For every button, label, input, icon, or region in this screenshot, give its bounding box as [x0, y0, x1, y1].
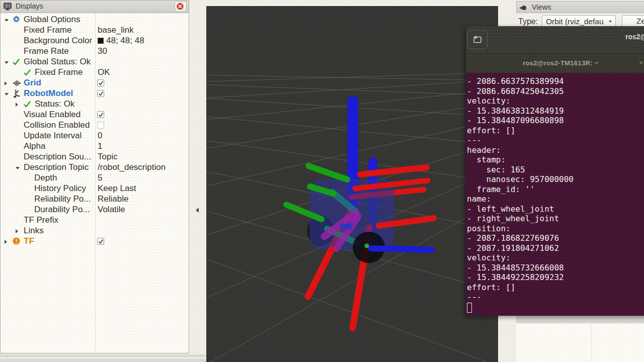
property-value[interactable]: 1 — [98, 141, 102, 151]
property-name: TF Prefix — [24, 215, 58, 225]
property-name: Status: Ok — [35, 99, 74, 109]
tree-row-fixed-frame[interactable]: Fixed FrameOK — [1, 67, 189, 78]
terminal-line: position: — [467, 224, 574, 234]
tree-row-description-sou[interactable]: Description Sou...Topic — [1, 152, 189, 162]
tree-row-alpha[interactable]: Alpha1 — [1, 141, 189, 152]
tree-row-links[interactable]: Links — [1, 226, 189, 236]
property-value[interactable]: Topic — [98, 152, 118, 162]
views-type-combobox[interactable]: Orbit (rviz_defau — [542, 15, 616, 27]
tree-row-collision-enabled[interactable]: Collision Enabled — [1, 120, 189, 131]
expander-open-icon[interactable] — [5, 19, 9, 22]
property-value[interactable]: 5 — [98, 173, 102, 183]
warning-icon — [13, 237, 20, 245]
tree-row-update-interval[interactable]: Update Interval0 — [1, 131, 189, 141]
property-value[interactable]: Keep Last — [98, 184, 136, 194]
terminal-line: --- — [467, 135, 574, 145]
property-value[interactable]: 30 — [98, 46, 107, 56]
tree-row-grid[interactable]: Grid — [1, 78, 189, 88]
property-name: History Policy — [34, 184, 86, 194]
terminal-headerbar[interactable]: ros2@ros2-TM1613R: ~ — [466, 26, 644, 53]
green-rod-1 — [308, 166, 347, 179]
expander-open-icon[interactable] — [5, 93, 9, 96]
tree-row-depth[interactable]: Depth5 — [1, 173, 189, 184]
tree-row-global-status-ok[interactable]: Global Status: Ok — [1, 57, 189, 67]
views-type-label: Type: — [518, 17, 538, 26]
terminal-tab-title[interactable]: ros2@ros2-TM1613R: ~ — [466, 59, 644, 67]
property-name: Depth — [34, 173, 57, 183]
terminal-line: - 15.384492258209232 — [467, 273, 574, 283]
property-value[interactable]: Reliable — [98, 194, 128, 204]
tree-row-visual-enabled[interactable]: Visual Enabled — [1, 110, 189, 120]
expander-closed-icon[interactable] — [5, 240, 7, 244]
displays-panel-header[interactable]: Displays — [1, 1, 189, 13]
expander-open-icon[interactable] — [16, 167, 20, 169]
terminal-line: nanosec: 957000000 — [467, 174, 574, 185]
tree-row-frame-rate[interactable]: Frame Rate30 — [1, 46, 189, 57]
checkbox-checked[interactable] — [97, 238, 104, 245]
collapse-left-panel-icon[interactable] — [196, 208, 199, 213]
expander-open-icon[interactable] — [5, 61, 9, 64]
status-ok-icon — [24, 69, 31, 76]
property-value[interactable]: Volatile — [98, 205, 125, 215]
terminal-line: effort: [] — [467, 283, 574, 293]
3d-viewport[interactable] — [206, 6, 498, 362]
tree-row-durability-po[interactable]: Durability Po...Volatile — [1, 205, 189, 215]
expander-closed-icon[interactable] — [16, 103, 18, 107]
displays-icon — [4, 3, 12, 11]
checkbox-unchecked[interactable] — [97, 122, 104, 129]
terminal-line: - 2086.6687425042305 — [467, 86, 574, 97]
checkbox-checked[interactable] — [97, 111, 104, 118]
tree-row-background-color[interactable]: Background Color48; 48; 48 — [1, 36, 189, 46]
tree-row-description-topic[interactable]: Description Topic/robot_description — [1, 162, 189, 173]
terminal-line: effort: [] — [467, 126, 574, 136]
terminal-tab-close-icon[interactable]: × — [639, 59, 643, 67]
robotmodel-icon — [13, 89, 21, 98]
property-value[interactable]: /robot_description — [98, 162, 166, 172]
views-zero-button[interactable]: Zero — [622, 15, 644, 27]
tree-row-robotmodel[interactable]: RobotModel — [1, 88, 189, 99]
property-name: Global Status: Ok — [24, 57, 91, 67]
tree-row-status-ok[interactable]: Status: Ok — [1, 99, 189, 110]
views-tree[interactable] — [516, 323, 644, 362]
terminal-line: - 15.384485732666008 — [467, 263, 574, 273]
checkbox-checked[interactable] — [97, 79, 104, 86]
terminal-window: ros2@ros2-TM1613R: ~ ros2@ros2-TM1613R: … — [466, 26, 644, 316]
terminal-line: - right_wheel_joint — [467, 214, 574, 224]
tree-row-history-policy[interactable]: History PolicyKeep Last — [1, 184, 189, 194]
property-value[interactable]: OK — [98, 67, 110, 77]
terminal-line: - 15.384487096680898 — [467, 116, 574, 126]
expander-closed-icon[interactable] — [5, 81, 7, 85]
terminal-line: - 2086.6637576389994 — [467, 76, 574, 86]
views-type-value: Orbit (rviz_defau — [546, 17, 609, 26]
tree-row-global-options[interactable]: Global Options — [1, 15, 189, 25]
displays-tree: Global OptionsFixed Framebase_linkBackgr… — [1, 13, 189, 353]
bottom-panel-edge — [0, 354, 206, 362]
property-value[interactable]: 0 — [98, 131, 102, 141]
rviz-screen: Displays Global OptionsFixed Framebase_l… — [0, 0, 644, 362]
terminal-line: --- — [467, 292, 574, 302]
expander-closed-icon[interactable] — [16, 229, 18, 233]
terminal-new-tab-button[interactable] — [467, 30, 488, 49]
tree-row-fixed-frame[interactable]: Fixed Framebase_link — [1, 25, 189, 36]
terminal-line: - 15.384638312484919 — [467, 106, 574, 116]
views-column-divider — [591, 323, 592, 362]
terminal-window-title: ros2@ros2-TM1613R: ~ — [625, 33, 644, 41]
displays-panel-title: Displays — [16, 2, 43, 10]
property-name: Reliability Po... — [34, 194, 91, 204]
tree-row-reliability-po[interactable]: Reliability Po...Reliable — [1, 194, 189, 205]
property-name: Visual Enabled — [24, 110, 80, 120]
displays-close-button[interactable] — [175, 2, 187, 12]
displays-panel: Displays Global OptionsFixed Framebase_l… — [0, 0, 189, 353]
terminal-body[interactable]: - 2086.6637576389994- 2086.6687425042305… — [466, 73, 644, 316]
property-name: Links — [24, 226, 44, 236]
views-panel-header[interactable]: Views — [516, 1, 644, 13]
property-name: Global Options — [24, 15, 80, 25]
tree-row-tf[interactable]: TF — [1, 236, 189, 247]
property-name: Durability Po... — [34, 205, 90, 215]
tree-row-tf-prefix[interactable]: TF Prefix — [1, 215, 189, 226]
property-name: Background Color — [24, 36, 92, 46]
property-value[interactable]: base_link — [98, 25, 134, 35]
left-panel-splitter[interactable] — [190, 0, 206, 362]
checkbox-checked[interactable] — [97, 90, 104, 97]
property-name: Description Sou... — [24, 152, 91, 162]
